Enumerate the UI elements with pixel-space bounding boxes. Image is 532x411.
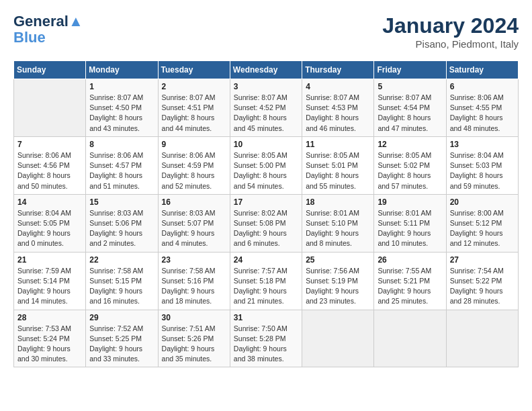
day-header-wednesday: Wednesday xyxy=(230,61,302,79)
day-header-monday: Monday xyxy=(86,61,158,79)
day-number: 11 xyxy=(306,140,370,149)
day-info-text: Sunrise: 8:06 AMSunset: 4:55 PMDaylight:… xyxy=(450,93,515,134)
day-number: 16 xyxy=(162,197,226,207)
day-info-text: Sunrise: 7:53 AMSunset: 5:24 PMDaylight:… xyxy=(17,324,82,365)
day-number: 28 xyxy=(17,313,82,322)
day-number: 25 xyxy=(306,255,370,265)
day-number: 2 xyxy=(162,82,226,91)
calendar-cell: 5Sunrise: 8:07 AMSunset: 4:54 PMDaylight… xyxy=(374,79,446,137)
calendar-cell: 26Sunrise: 7:55 AMSunset: 5:21 PMDayligh… xyxy=(374,252,446,310)
day-info-text: Sunrise: 8:07 AMSunset: 4:52 PMDaylight:… xyxy=(234,93,298,134)
day-header-tuesday: Tuesday xyxy=(158,61,230,79)
calendar-cell: 11Sunrise: 8:05 AMSunset: 5:01 PMDayligh… xyxy=(302,136,374,194)
calendar-cell: 28Sunrise: 7:53 AMSunset: 5:24 PMDayligh… xyxy=(14,310,86,367)
day-info-text: Sunrise: 8:01 AMSunset: 5:11 PMDaylight:… xyxy=(378,208,442,249)
day-number: 22 xyxy=(89,255,154,265)
calendar-cell xyxy=(14,79,86,137)
calendar-cell: 30Sunrise: 7:51 AMSunset: 5:26 PMDayligh… xyxy=(158,310,230,367)
day-number: 30 xyxy=(162,313,226,322)
day-info-text: Sunrise: 7:59 AMSunset: 5:14 PMDaylight:… xyxy=(17,266,82,307)
day-header-thursday: Thursday xyxy=(302,61,374,79)
day-info-text: Sunrise: 8:06 AMSunset: 4:59 PMDaylight:… xyxy=(162,150,226,191)
day-header-sunday: Sunday xyxy=(14,61,86,79)
calendar-cell: 8Sunrise: 8:06 AMSunset: 4:57 PMDaylight… xyxy=(86,136,158,194)
day-info-text: Sunrise: 7:58 AMSunset: 5:15 PMDaylight:… xyxy=(89,266,154,307)
calendar-cell: 18Sunrise: 8:01 AMSunset: 5:10 PMDayligh… xyxy=(302,194,374,252)
day-number: 26 xyxy=(378,255,442,265)
day-info-text: Sunrise: 7:58 AMSunset: 5:16 PMDaylight:… xyxy=(162,266,226,307)
calendar-cell: 12Sunrise: 8:05 AMSunset: 5:02 PMDayligh… xyxy=(374,136,446,194)
calendar-header-row: SundayMondayTuesdayWednesdayThursdayFrid… xyxy=(14,61,519,79)
day-info-text: Sunrise: 8:01 AMSunset: 5:10 PMDaylight:… xyxy=(306,208,370,249)
day-info-text: Sunrise: 8:07 AMSunset: 4:53 PMDaylight:… xyxy=(306,93,370,134)
location-subtitle: Pisano, Piedmont, Italy xyxy=(382,38,519,50)
day-info-text: Sunrise: 8:06 AMSunset: 4:57 PMDaylight:… xyxy=(89,150,154,191)
day-number: 10 xyxy=(234,140,298,149)
day-info-text: Sunrise: 8:07 AMSunset: 4:51 PMDaylight:… xyxy=(162,93,226,134)
logo: General▲ Blue xyxy=(13,13,83,46)
day-number: 29 xyxy=(89,313,154,322)
day-number: 27 xyxy=(450,255,515,265)
day-number: 24 xyxy=(234,255,298,265)
day-number: 4 xyxy=(306,82,370,91)
day-number: 17 xyxy=(234,197,298,207)
calendar-body: 1Sunrise: 8:07 AMSunset: 4:50 PMDaylight… xyxy=(14,79,519,367)
calendar-cell: 15Sunrise: 8:03 AMSunset: 5:06 PMDayligh… xyxy=(86,194,158,252)
day-info-text: Sunrise: 8:00 AMSunset: 5:12 PMDaylight:… xyxy=(450,208,515,249)
day-info-text: Sunrise: 8:04 AMSunset: 5:03 PMDaylight:… xyxy=(450,150,515,191)
calendar-cell: 9Sunrise: 8:06 AMSunset: 4:59 PMDaylight… xyxy=(158,136,230,194)
day-number: 15 xyxy=(89,197,154,207)
calendar-cell: 14Sunrise: 8:04 AMSunset: 5:05 PMDayligh… xyxy=(14,194,86,252)
day-number: 6 xyxy=(450,82,515,91)
calendar-cell: 4Sunrise: 8:07 AMSunset: 4:53 PMDaylight… xyxy=(302,79,374,137)
month-year-title: January 2024 xyxy=(382,13,519,38)
calendar-cell: 1Sunrise: 8:07 AMSunset: 4:50 PMDaylight… xyxy=(86,79,158,137)
calendar-cell: 24Sunrise: 7:57 AMSunset: 5:18 PMDayligh… xyxy=(230,252,302,310)
calendar-cell: 27Sunrise: 7:54 AMSunset: 5:22 PMDayligh… xyxy=(446,252,518,310)
day-info-text: Sunrise: 8:05 AMSunset: 5:01 PMDaylight:… xyxy=(306,150,370,191)
calendar-table: SundayMondayTuesdayWednesdayThursdayFrid… xyxy=(13,60,519,367)
calendar-cell xyxy=(446,310,518,367)
day-number: 1 xyxy=(89,82,154,91)
day-info-text: Sunrise: 7:56 AMSunset: 5:19 PMDaylight:… xyxy=(306,266,370,307)
calendar-week-row: 28Sunrise: 7:53 AMSunset: 5:24 PMDayligh… xyxy=(14,310,519,367)
day-number: 9 xyxy=(162,140,226,149)
calendar-cell: 23Sunrise: 7:58 AMSunset: 5:16 PMDayligh… xyxy=(158,252,230,310)
calendar-cell: 17Sunrise: 8:02 AMSunset: 5:08 PMDayligh… xyxy=(230,194,302,252)
day-number: 7 xyxy=(17,140,82,149)
calendar-cell: 16Sunrise: 8:03 AMSunset: 5:07 PMDayligh… xyxy=(158,194,230,252)
calendar-cell: 6Sunrise: 8:06 AMSunset: 4:55 PMDaylight… xyxy=(446,79,518,137)
calendar-week-row: 1Sunrise: 8:07 AMSunset: 4:50 PMDaylight… xyxy=(14,79,519,137)
calendar-week-row: 7Sunrise: 8:06 AMSunset: 4:56 PMDaylight… xyxy=(14,136,519,194)
day-info-text: Sunrise: 7:55 AMSunset: 5:21 PMDaylight:… xyxy=(378,266,442,307)
page-header: General▲ Blue January 2024 Pisano, Piedm… xyxy=(13,13,519,50)
calendar-week-row: 21Sunrise: 7:59 AMSunset: 5:14 PMDayligh… xyxy=(14,252,519,310)
calendar-cell: 20Sunrise: 8:00 AMSunset: 5:12 PMDayligh… xyxy=(446,194,518,252)
day-info-text: Sunrise: 7:51 AMSunset: 5:26 PMDaylight:… xyxy=(162,324,226,365)
calendar-cell: 10Sunrise: 8:05 AMSunset: 5:00 PMDayligh… xyxy=(230,136,302,194)
day-number: 3 xyxy=(234,82,298,91)
day-info-text: Sunrise: 8:07 AMSunset: 4:50 PMDaylight:… xyxy=(89,93,154,134)
day-number: 20 xyxy=(450,197,515,207)
day-number: 14 xyxy=(17,197,82,207)
calendar-cell: 22Sunrise: 7:58 AMSunset: 5:15 PMDayligh… xyxy=(86,252,158,310)
day-info-text: Sunrise: 8:05 AMSunset: 5:00 PMDaylight:… xyxy=(234,150,298,191)
day-header-friday: Friday xyxy=(374,61,446,79)
day-info-text: Sunrise: 8:03 AMSunset: 5:07 PMDaylight:… xyxy=(162,208,226,249)
day-number: 13 xyxy=(450,140,515,149)
calendar-week-row: 14Sunrise: 8:04 AMSunset: 5:05 PMDayligh… xyxy=(14,194,519,252)
day-number: 12 xyxy=(378,140,442,149)
day-info-text: Sunrise: 7:52 AMSunset: 5:25 PMDaylight:… xyxy=(89,324,154,365)
day-info-text: Sunrise: 7:54 AMSunset: 5:22 PMDaylight:… xyxy=(450,266,515,307)
day-number: 21 xyxy=(17,255,82,265)
calendar-cell xyxy=(302,310,374,367)
day-info-text: Sunrise: 8:02 AMSunset: 5:08 PMDaylight:… xyxy=(234,208,298,249)
day-info-text: Sunrise: 8:03 AMSunset: 5:06 PMDaylight:… xyxy=(89,208,154,249)
calendar-cell: 19Sunrise: 8:01 AMSunset: 5:11 PMDayligh… xyxy=(374,194,446,252)
day-number: 31 xyxy=(234,313,298,322)
title-block: January 2024 Pisano, Piedmont, Italy xyxy=(382,13,519,50)
day-number: 5 xyxy=(378,82,442,91)
logo-text: General▲ xyxy=(13,13,83,30)
day-number: 19 xyxy=(378,197,442,207)
calendar-cell: 21Sunrise: 7:59 AMSunset: 5:14 PMDayligh… xyxy=(14,252,86,310)
